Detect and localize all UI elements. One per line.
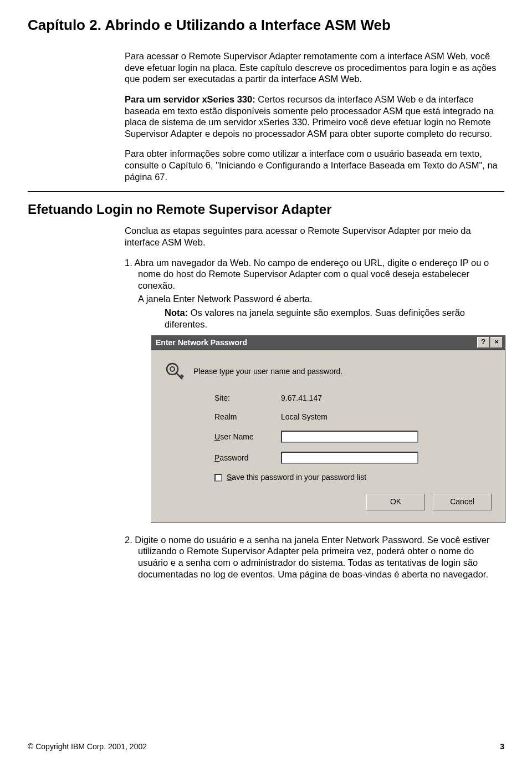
svg-point-1: [170, 367, 175, 371]
save-password-label: Save this password in your password list: [227, 473, 366, 483]
username-label: User Name: [214, 432, 281, 442]
footer-page-number: 3: [500, 742, 504, 751]
step2-text: Digite o nome do usuário e a senha na ja…: [135, 535, 489, 579]
realm-value: Local System: [281, 412, 328, 422]
password-input[interactable]: [281, 452, 418, 464]
site-label: Site:: [214, 393, 281, 403]
section-lead: Conclua as etapas seguintes para acessar…: [125, 225, 504, 248]
note-label: Nota:: [165, 308, 188, 318]
ok-button[interactable]: OK: [366, 494, 425, 510]
step-1: 1. Abra um navegador da Web. No campo de…: [125, 257, 504, 523]
step1-text: Abra um navegador da Web. No campo de en…: [134, 258, 489, 290]
dialog-prompt: Please type your user name and password.: [193, 367, 342, 377]
username-input[interactable]: [281, 431, 418, 443]
chapter-title: Capítulo 2. Abrindo e Utilizando a Inter…: [28, 17, 504, 34]
password-label: Password: [214, 453, 281, 463]
intro-p3: Para obter informações sobre como utiliz…: [125, 148, 504, 182]
step-2: 2. Digite o nome do usuário e a senha na…: [125, 534, 504, 580]
site-value: 9.67.41.147: [281, 393, 322, 403]
save-password-checkbox[interactable]: [214, 474, 222, 482]
close-button[interactable]: ×: [490, 337, 503, 348]
step1-sub: A janela Enter Network Password é aberta…: [138, 293, 504, 305]
intro-p2: Para um servidor xSeries 330: Certos rec…: [125, 94, 504, 140]
key-icon: [165, 361, 185, 381]
note-text: Os valores na janela seguinte são exempl…: [165, 308, 465, 329]
enter-network-password-dialog: Enter Network Password ? ×: [151, 335, 505, 523]
realm-label: Realm: [214, 412, 281, 422]
section-divider: [28, 191, 504, 192]
dialog-title: Enter Network Password: [156, 338, 477, 348]
cancel-button[interactable]: Cancel: [433, 494, 492, 510]
footer-copyright: © Copyright IBM Corp. 2001, 2002: [28, 742, 147, 751]
dialog-titlebar: Enter Network Password ? ×: [151, 335, 505, 350]
help-button[interactable]: ?: [477, 337, 489, 348]
intro-p2-prefix: Para um servidor xSeries 330:: [125, 94, 255, 104]
intro-p1: Para acessar o Remote Supervisor Adapter…: [125, 50, 504, 85]
section-title: Efetuando Login no Remote Supervisor Ada…: [28, 202, 504, 217]
step1-num: 1.: [125, 258, 132, 268]
step2-num: 2.: [125, 535, 132, 545]
note: Nota: Os valores na janela seguinte são …: [138, 307, 504, 330]
